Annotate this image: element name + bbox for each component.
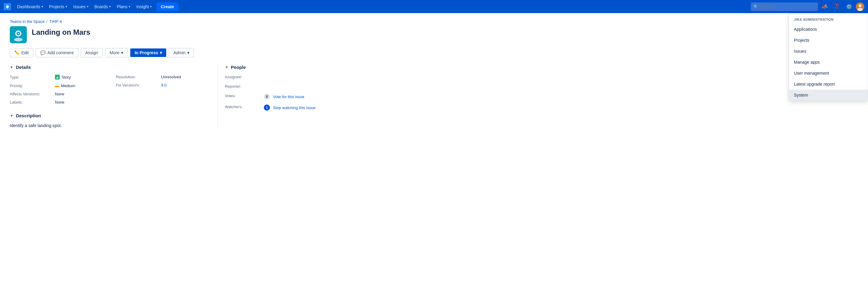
user-avatar[interactable] xyxy=(856,2,864,11)
people-votes-row: Votes: 0 Vote for this issue xyxy=(225,94,417,100)
detail-fix-version: Fix Version/s: 9.0 xyxy=(116,83,210,88)
chevron-down-icon[interactable]: ▼ xyxy=(10,65,13,69)
watchers-count: 1 xyxy=(264,104,270,110)
nav-plans[interactable]: Plans ▾ xyxy=(114,2,133,11)
details-header: ▼ Details xyxy=(10,65,210,70)
nav-projects[interactable]: Projects ▾ xyxy=(46,2,70,11)
breadcrumb-separator: / xyxy=(46,19,48,24)
detail-type: Type: ▲ Story xyxy=(10,75,104,79)
chevron-down-icon: ▾ xyxy=(129,5,130,8)
issue-title: Landing on Mars xyxy=(32,27,90,37)
fix-version-link[interactable]: 9.0 xyxy=(161,83,210,88)
svg-point-8 xyxy=(18,33,19,34)
status-button[interactable]: In Progress ▾ xyxy=(130,48,166,57)
watch-link[interactable]: Stop watching this issue xyxy=(273,105,315,110)
nav-issues[interactable]: Issues ▾ xyxy=(71,2,91,11)
comment-icon: 💬 xyxy=(40,50,45,55)
details-left-col: Type: ▲ Story Priority: ▬ Medium xyxy=(10,75,104,108)
details-grid: ▼ Details Type: ▲ Story xyxy=(10,65,417,128)
chevron-down-icon: ▾ xyxy=(121,50,123,55)
story-type-icon: ▲ xyxy=(55,75,60,79)
logo[interactable] xyxy=(4,3,11,10)
breadcrumb-project[interactable]: Teams in the Space xyxy=(10,19,44,24)
dropdown-projects[interactable]: Projects xyxy=(789,35,868,46)
chevron-down-icon: ▾ xyxy=(109,5,111,8)
people-title: People xyxy=(231,65,246,70)
chevron-down-icon[interactable]: ▼ xyxy=(225,65,228,69)
edit-icon: ✏️ xyxy=(14,50,20,55)
chevron-down-icon[interactable]: ▼ xyxy=(10,114,13,118)
create-button[interactable]: Create xyxy=(156,2,179,11)
detail-labels: Labels: None xyxy=(10,100,104,104)
admin-dropdown: JIRA ADMINISTRATION Applications Project… xyxy=(789,13,868,101)
gear-icon: ⚙️ xyxy=(846,4,852,9)
dropdown-manage-apps[interactable]: Manage apps xyxy=(789,57,868,68)
breadcrumb-issue-id[interactable]: TIHP-4 xyxy=(50,19,62,24)
search-wrapper: 🔍 xyxy=(751,2,818,11)
chevron-down-icon: ▾ xyxy=(87,5,88,8)
search-input[interactable] xyxy=(751,2,818,11)
dropdown-section-title: JIRA ADMINISTRATION xyxy=(789,13,868,24)
vote-link[interactable]: Vote for this issue xyxy=(273,95,304,99)
nav-dashboards[interactable]: Dashboards ▾ xyxy=(14,2,45,11)
votes-count: 0 xyxy=(264,94,270,100)
detail-resolution: Resolution: Unresolved xyxy=(116,75,210,79)
edit-button[interactable]: ✏️ Edit xyxy=(10,48,33,57)
nav-insight[interactable]: Insight ▾ xyxy=(134,2,154,11)
more-button[interactable]: More ▾ xyxy=(105,48,128,57)
svg-point-7 xyxy=(14,38,23,41)
add-comment-button[interactable]: 💬 Add comment xyxy=(36,48,78,57)
breadcrumb: Teams in the Space / TIHP-4 xyxy=(10,19,417,24)
issue-header: Landing on Mars xyxy=(10,26,417,43)
detail-affects-version: Affects Version/s: None xyxy=(10,92,104,96)
people-header: ▼ People xyxy=(225,65,417,70)
dropdown-latest-upgrade-report[interactable]: Latest upgrade report xyxy=(789,78,868,90)
people-assignee-row: Assignee: xyxy=(225,75,417,79)
description-text: Identify a safe landing spot. xyxy=(10,123,210,128)
details-title: Details xyxy=(16,65,31,70)
detail-priority: Priority: ▬ Medium xyxy=(10,83,104,88)
help-button[interactable]: ❓ xyxy=(831,2,842,11)
issue-avatar xyxy=(10,26,27,43)
avatar-image xyxy=(856,2,864,11)
chevron-down-icon: ▾ xyxy=(160,50,162,55)
description-title: Description xyxy=(16,113,41,118)
details-right-col: Resolution: Unresolved Fix Version/s: 9.… xyxy=(116,75,210,108)
dropdown-system[interactable]: System xyxy=(789,90,868,101)
assign-button[interactable]: Assign xyxy=(81,48,103,57)
details-section: ▼ Details Type: ▲ Story xyxy=(10,65,210,128)
nav-boards[interactable]: Boards ▾ xyxy=(92,2,113,11)
svg-point-2 xyxy=(859,4,862,7)
navbar: Dashboards ▾ Projects ▾ Issues ▾ Boards … xyxy=(0,0,868,13)
chevron-down-icon: ▾ xyxy=(187,50,189,55)
people-reporter-row: Reporter: xyxy=(225,84,417,89)
project-icon xyxy=(10,26,27,43)
people-watchers-row: Watchers: 1 Stop watching this issue xyxy=(225,104,417,110)
description-section: ▼ Description Identify a safe landing sp… xyxy=(10,113,210,128)
priority-icon: ▬ xyxy=(55,83,59,88)
bell-icon: 📣 xyxy=(822,4,828,9)
dropdown-user-management[interactable]: User management xyxy=(789,68,868,78)
chevron-down-icon: ▾ xyxy=(150,5,152,8)
dropdown-issues[interactable]: Issues xyxy=(789,46,868,57)
description-header: ▼ Description xyxy=(10,113,210,118)
notifications-button[interactable]: 📣 xyxy=(819,2,830,11)
admin-button[interactable]: Admin ▾ xyxy=(169,48,194,57)
jira-logo-icon xyxy=(4,3,11,10)
action-bar: ✏️ Edit 💬 Add comment Assign More ▾ In P… xyxy=(10,48,417,57)
dropdown-applications[interactable]: Applications xyxy=(789,24,868,35)
help-icon: ❓ xyxy=(834,4,840,9)
chevron-down-icon: ▾ xyxy=(41,5,43,8)
chevron-down-icon: ▾ xyxy=(66,5,67,8)
people-section: ▼ People Assignee: Reporter: Votes: 0 Vo… xyxy=(217,65,417,128)
settings-button[interactable]: ⚙️ xyxy=(844,2,855,11)
